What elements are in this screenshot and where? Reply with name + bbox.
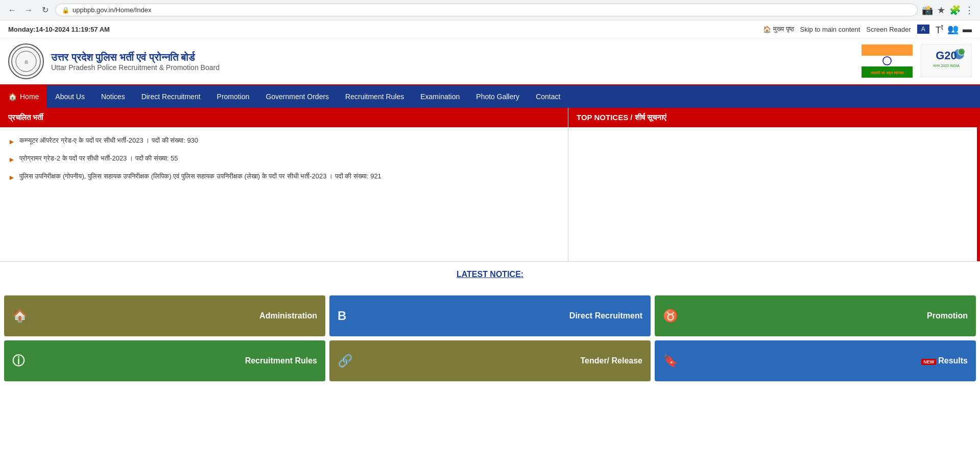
tender-icon: 🔗: [338, 354, 353, 368]
results-icon: 🔖: [663, 354, 678, 368]
left-panel-header: प्रचलित भर्ती: [0, 108, 568, 127]
right-panel-scrollbar[interactable]: [977, 108, 980, 261]
new-badge: NEW: [921, 359, 936, 365]
nav-notices[interactable]: Notices: [93, 85, 133, 108]
tender-label: Tender/ Release: [353, 356, 642, 365]
site-header: ⚖ उत्तर प्रदेश पुलिस भर्ती एवं प्रोन्नति…: [0, 38, 980, 85]
org-name-hindi: उत्तर प्रदेश पुलिस भर्ती एवं प्रोन्नति ब…: [51, 52, 220, 63]
svg-point-13: [959, 49, 965, 55]
left-panel-body: ► कम्प्यूटर ऑपरेटर ग्रेड-ए के पदों पर सी…: [0, 127, 568, 197]
svg-text:भारत 2023 INDIA: भारत 2023 INDIA: [933, 64, 959, 67]
card-direct-recruitment[interactable]: B Direct Recruitment: [329, 295, 651, 336]
notice-item-2[interactable]: ► प्रोग्रामर ग्रेड-2 के पदों पर सीधी भर्…: [8, 153, 560, 165]
card-tender[interactable]: 🔗 Tender/ Release: [329, 340, 651, 381]
svg-text:G20: G20: [936, 49, 957, 62]
notice-text-1: कम्प्यूटर ऑपरेटर ग्रेड-ए के पदों पर सीधी…: [19, 135, 198, 146]
screen-reader-box[interactable]: A: [917, 25, 929, 34]
logo-area: ⚖ उत्तर प्रदेश पुलिस भर्ती एवं प्रोन्नति…: [8, 43, 220, 79]
notice-arrow-1: ►: [8, 136, 15, 147]
lock-icon: 🔒: [62, 7, 69, 14]
right-panel-header: TOP NOTICES / शीर्ष सूचनाएं: [568, 108, 980, 127]
main-nav: 🏠 Home About Us Notices Direct Recruitme…: [0, 85, 980, 108]
site-title: उत्तर प्रदेश पुलिस भर्ती एवं प्रोन्नति ब…: [51, 52, 220, 72]
cards-grid: 🏠 Administration B Direct Recruitment ♉ …: [0, 295, 980, 389]
nav-direct-recruitment[interactable]: Direct Recruitment: [133, 85, 209, 108]
url-text: uppbpb.gov.in/Home/Index: [73, 6, 151, 14]
org-name-english: Uttar Pradesh Police Recruitment & Promo…: [51, 63, 220, 72]
card-results[interactable]: 🔖 NEWResults: [655, 340, 976, 381]
latest-section: LATEST NOTICE:: [0, 262, 980, 295]
notice-text-2: प्रोग्रामर ग्रेड-2 के पदों पर सीधी भर्ती…: [19, 153, 178, 164]
g20-badge: G20 भारत 2023 INDIA: [921, 44, 972, 79]
back-button[interactable]: ←: [6, 4, 18, 16]
utility-right: 🏠 मुख्य पृष्ठ Skip to main content Scree…: [763, 22, 972, 36]
header-badges: आज़ादी का अमृत महोत्सव G20 भारत 2023 IND…: [862, 44, 972, 79]
right-panel-body: [568, 127, 980, 144]
accessibility-icons: Tt 👥 ▬: [936, 22, 972, 36]
card-administration[interactable]: 🏠 Administration: [4, 295, 325, 336]
bookmark-icon[interactable]: ★: [937, 5, 945, 16]
right-panel: TOP NOTICES / शीर्ष सूचनाएं: [568, 108, 980, 261]
left-panel: प्रचलित भर्ती ► कम्प्यूटर ऑपरेटर ग्रेड-ए…: [0, 108, 568, 261]
svg-text:आज़ादी का अमृत महोत्सव: आज़ादी का अमृत महोत्सव: [871, 71, 904, 75]
address-bar[interactable]: 🔒 uppbpb.gov.in/Home/Index: [55, 4, 918, 16]
nav-promotion[interactable]: Promotion: [209, 85, 258, 108]
contrast-icon[interactable]: 👥: [947, 24, 959, 35]
datetime-text: Monday:14-10-2024 11:19:57 AM: [8, 26, 110, 33]
browser-bar: ← → ↻ 🔒 uppbpb.gov.in/Home/Index 📸 ★ 🧩 ⋮: [0, 0, 980, 20]
direct-recruitment-icon: B: [338, 309, 346, 323]
content-area: प्रचलित भर्ती ► कम्प्यूटर ऑपरेटर ग्रेड-ए…: [0, 108, 980, 261]
nav-government-orders[interactable]: Government Orders: [257, 85, 337, 108]
home-link[interactable]: 🏠 मुख्य पृष्ठ: [763, 25, 794, 33]
card-promotion[interactable]: ♉ Promotion: [655, 295, 976, 336]
org-logo: ⚖: [8, 43, 44, 79]
notice-text-3: पुलिस उपनिरीक्षक (गोपनीय), पुलिस सहायक उ…: [19, 171, 381, 181]
nav-examination[interactable]: Examination: [412, 85, 468, 108]
home-nav-icon: 🏠: [8, 93, 17, 101]
results-label: NEWResults: [678, 356, 968, 365]
nav-about-us[interactable]: About Us: [47, 85, 93, 108]
font-size-icon[interactable]: Tt: [936, 22, 943, 36]
notice-item-1[interactable]: ► कम्प्यूटर ऑपरेटर ग्रेड-ए के पदों पर सी…: [8, 135, 560, 147]
extension-icon[interactable]: 🧩: [949, 5, 961, 16]
recruitment-rules-icon: ⓘ: [12, 353, 25, 369]
translate-icon[interactable]: 📸: [922, 5, 933, 16]
skip-link[interactable]: Skip to main content: [800, 26, 861, 33]
svg-text:⚖: ⚖: [25, 60, 28, 64]
menu-icon[interactable]: ⋮: [965, 5, 974, 16]
svg-rect-3: [862, 44, 913, 56]
card-recruitment-rules[interactable]: ⓘ Recruitment Rules: [4, 340, 325, 381]
sitemap-icon[interactable]: ▬: [963, 24, 972, 35]
promotion-icon: ♉: [663, 309, 678, 323]
notice-arrow-2: ►: [8, 154, 15, 165]
notice-item-3[interactable]: ► पुलिस उपनिरीक्षक (गोपनीय), पुलिस सहायक…: [8, 171, 560, 183]
promotion-label: Promotion: [678, 311, 968, 320]
nav-recruitment-rules[interactable]: Recruitment Rules: [337, 85, 412, 108]
home-icon: 🏠: [763, 26, 771, 33]
administration-icon: 🏠: [12, 309, 28, 323]
nav-contact[interactable]: Contact: [528, 85, 568, 108]
direct-recruitment-label: Direct Recruitment: [346, 311, 642, 320]
forward-button[interactable]: →: [22, 4, 35, 16]
utility-bar: Monday:14-10-2024 11:19:57 AM 🏠 मुख्य पृ…: [0, 20, 980, 38]
nav-photo-gallery[interactable]: Photo Gallery: [468, 85, 528, 108]
browser-actions: 📸 ★ 🧩 ⋮: [922, 5, 974, 16]
reload-button[interactable]: ↻: [39, 4, 51, 16]
notice-arrow-3: ►: [8, 172, 15, 183]
administration-label: Administration: [28, 311, 317, 320]
screen-reader-link[interactable]: Screen Reader: [866, 26, 911, 33]
recruitment-rules-label: Recruitment Rules: [25, 356, 317, 365]
azadi-badge: आज़ादी का अमृत महोत्सव: [862, 44, 913, 79]
latest-title: LATEST NOTICE:: [8, 270, 972, 279]
nav-home[interactable]: 🏠 Home: [0, 85, 47, 108]
